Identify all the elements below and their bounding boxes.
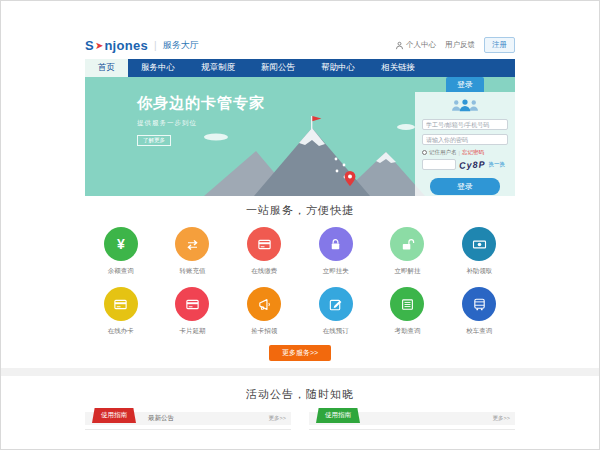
user-icon xyxy=(395,41,404,50)
announcement-panel-1: 使用指南更多>> xyxy=(309,412,515,430)
panel-ribbon-tab[interactable]: 使用指南 xyxy=(92,408,136,423)
edit-icon xyxy=(319,287,353,321)
captcha-input[interactable] xyxy=(422,159,456,170)
personal-center-link[interactable]: 个人中心 xyxy=(395,40,436,50)
panel-ribbon-tab[interactable]: 使用指南 xyxy=(316,408,360,423)
nav-item-0[interactable]: 首页 xyxy=(85,59,128,77)
panel-more-link[interactable]: 更多>> xyxy=(493,415,510,422)
header-links: 个人中心 用户反馈 注册 xyxy=(395,37,515,53)
service-item[interactable]: 在线办卡 xyxy=(85,287,157,336)
captcha-refresh-link[interactable]: 换一换 xyxy=(489,161,506,168)
service-label: 在线办卡 xyxy=(85,327,157,336)
product-name: 服务大厅 xyxy=(163,39,199,52)
service-item[interactable]: ¥余额查询 xyxy=(85,227,157,276)
register-button[interactable]: 注册 xyxy=(484,37,515,53)
captcha-image[interactable]: Cy8P xyxy=(459,159,486,170)
transfer-icon xyxy=(175,227,209,261)
service-item[interactable]: 补助领取 xyxy=(443,227,515,276)
service-label: 捡卡招领 xyxy=(228,327,300,336)
section-divider xyxy=(1,368,600,376)
lock-icon xyxy=(319,227,353,261)
service-label: 考勤查询 xyxy=(372,327,444,336)
announcements-section: 活动公告，随时知晓 使用指南最新公告更多>>使用指南更多>> xyxy=(85,387,515,430)
services-title: 一站服务，方便快捷 xyxy=(85,203,515,218)
panel-more-link[interactable]: 更多>> xyxy=(269,415,286,422)
logo-text-2: njones xyxy=(104,38,148,53)
service-item[interactable]: 校车查询 xyxy=(443,287,515,336)
service-label: 在线预订 xyxy=(300,327,372,336)
service-item[interactable]: 考勤查询 xyxy=(372,287,444,336)
yen-icon: ¥ xyxy=(104,227,138,261)
logo-separator: | xyxy=(154,40,157,51)
remember-label: 记住用户名 xyxy=(429,149,457,156)
service-item[interactable]: 立即解挂 xyxy=(372,227,444,276)
service-label: 在线缴费 xyxy=(228,267,300,276)
hero-banner: 你身边的卡管专家 提供服务一步到位 了解更多 xyxy=(85,77,515,196)
service-label: 补助领取 xyxy=(443,267,515,276)
service-label: 卡片延期 xyxy=(157,327,229,336)
unlock-icon xyxy=(390,227,424,261)
announcements-title: 活动公告，随时知晓 xyxy=(85,387,515,402)
remember-checkbox[interactable] xyxy=(422,150,427,155)
bus-icon xyxy=(462,287,496,321)
banknote-icon xyxy=(462,227,496,261)
card-icon xyxy=(175,287,209,321)
service-item[interactable]: 卡片延期 xyxy=(157,287,229,336)
service-item[interactable]: 转账充值 xyxy=(157,227,229,276)
announcement-panels: 使用指南最新公告更多>>使用指南更多>> xyxy=(85,412,515,430)
login-submit-button[interactable]: 登录 xyxy=(430,178,501,195)
service-label: 立即解挂 xyxy=(372,267,444,276)
page: S ➤ njones | 服务大厅 个人中心 用户反馈 注册 首页服务中心规章制… xyxy=(0,0,600,450)
personal-center-label: 个人中心 xyxy=(406,40,436,50)
forgot-password-link[interactable]: 忘记密码 xyxy=(462,149,484,156)
card-icon xyxy=(247,227,281,261)
list-icon xyxy=(390,287,424,321)
hero-title: 你身边的卡管专家 xyxy=(137,94,265,113)
megaphone-icon xyxy=(247,287,281,321)
feedback-label: 用户反馈 xyxy=(445,40,475,50)
services-section: 一站服务，方便快捷 ¥余额查询转账充值在线缴费立即挂失立即解挂补助领取在线办卡卡… xyxy=(85,196,515,361)
more-services-button[interactable]: 更多服务>> xyxy=(269,345,331,361)
logo-text-1: S xyxy=(85,38,94,53)
login-tab[interactable]: 登录 xyxy=(446,77,484,92)
logo-arrow-icon: ➤ xyxy=(95,40,103,51)
nav-item-2[interactable]: 规章制度 xyxy=(188,59,248,77)
password-input[interactable] xyxy=(422,134,508,145)
nav-item-1[interactable]: 服务中心 xyxy=(128,59,188,77)
service-label: 转账充值 xyxy=(157,267,229,276)
service-item[interactable]: 在线预订 xyxy=(300,287,372,336)
service-item[interactable]: 捡卡招领 xyxy=(228,287,300,336)
logo[interactable]: S ➤ njones | 服务大厅 xyxy=(85,38,199,53)
panel-secondary-tab[interactable]: 最新公告 xyxy=(148,414,174,423)
hero-subtitle: 提供服务一步到位 xyxy=(137,119,265,128)
hero-cta-button[interactable]: 了解更多 xyxy=(137,135,171,146)
hero-text-block: 你身边的卡管专家 提供服务一步到位 了解更多 xyxy=(137,94,265,146)
nav-item-4[interactable]: 帮助中心 xyxy=(308,59,368,77)
nav-item-3[interactable]: 新闻公告 xyxy=(248,59,308,77)
service-label: 校车查询 xyxy=(443,327,515,336)
service-label: 余额查询 xyxy=(85,267,157,276)
login-panel: 登录 记住用户名 | 忘记密码 xyxy=(415,73,515,202)
announcement-panel-0: 使用指南最新公告更多>> xyxy=(85,412,291,430)
feedback-link[interactable]: 用户反馈 xyxy=(445,40,475,50)
service-item[interactable]: 立即挂失 xyxy=(300,227,372,276)
users-group-icon xyxy=(450,98,480,112)
services-grid: ¥余额查询转账充值在线缴费立即挂失立即解挂补助领取在线办卡卡片延期捡卡招领在线预… xyxy=(85,227,515,336)
service-item[interactable]: 在线缴费 xyxy=(228,227,300,276)
card-icon xyxy=(104,287,138,321)
service-label: 立即挂失 xyxy=(300,267,372,276)
header: S ➤ njones | 服务大厅 个人中心 用户反馈 注册 xyxy=(85,31,515,59)
username-input[interactable] xyxy=(422,119,508,130)
